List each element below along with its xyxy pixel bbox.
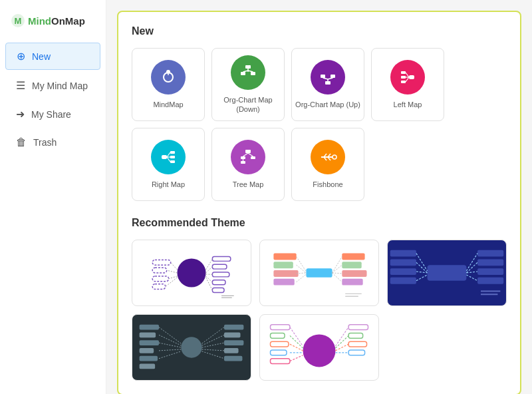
svg-rect-68 [273, 270, 298, 277]
svg-rect-18 [401, 71, 406, 74]
org-up-label: Org-Chart Map (Up) [295, 100, 360, 109]
svg-rect-17 [409, 75, 414, 79]
svg-rect-90 [477, 259, 503, 266]
svg-rect-49 [212, 257, 230, 262]
svg-rect-106 [140, 340, 159, 345]
svg-rect-52 [212, 280, 225, 285]
svg-rect-91 [477, 268, 503, 275]
theme-card-2[interactable] [259, 240, 379, 306]
svg-line-121 [202, 335, 224, 345]
logo-icon: M [11, 13, 25, 28]
svg-line-9 [243, 71, 249, 72]
svg-rect-69 [273, 279, 294, 286]
svg-rect-87 [390, 268, 416, 275]
svg-rect-66 [273, 254, 296, 260]
svg-point-3 [166, 70, 170, 74]
svg-point-44 [177, 258, 205, 287]
new-icon: ⊕ [17, 50, 25, 63]
svg-line-115 [159, 327, 181, 344]
sidebar-item-new-label: New [32, 51, 51, 62]
svg-rect-47 [152, 276, 169, 282]
svg-rect-67 [273, 262, 293, 268]
svg-rect-26 [170, 156, 175, 158]
svg-rect-53 [212, 288, 224, 293]
sidebar-item-trash[interactable]: 🗑 Trash [5, 130, 100, 155]
svg-rect-114 [224, 356, 242, 361]
content-box: New MindMap [117, 11, 521, 394]
svg-point-103 [181, 337, 201, 357]
svg-line-28 [167, 152, 170, 157]
tree-map-label: Tree Map [233, 180, 264, 189]
map-card-right-map[interactable]: Right Map [132, 128, 205, 201]
sidebar-item-mymindmap-label: My Mind Map [32, 81, 88, 91]
svg-line-142 [336, 344, 349, 351]
myshare-icon: ➜ [16, 108, 25, 120]
theme-card-3[interactable] [387, 240, 507, 306]
svg-rect-111 [224, 332, 241, 337]
svg-rect-65 [306, 268, 332, 278]
svg-rect-129 [271, 350, 287, 355]
svg-rect-86 [390, 259, 416, 266]
svg-rect-19 [401, 76, 406, 79]
svg-rect-131 [348, 325, 368, 330]
theme-card-5[interactable] [259, 314, 379, 381]
svg-line-79 [332, 265, 342, 273]
map-card-org-up[interactable]: Org-Chart Map (Up) [291, 48, 364, 121]
svg-text:M: M [15, 16, 22, 26]
svg-line-135 [290, 327, 303, 346]
map-card-fishbone[interactable]: Fishbone [291, 128, 364, 201]
svg-rect-108 [140, 356, 158, 361]
svg-line-10 [248, 71, 253, 72]
map-card-tree-map[interactable]: Tree Map [211, 128, 285, 201]
svg-rect-133 [348, 341, 366, 347]
svg-rect-27 [170, 160, 175, 163]
svg-point-125 [303, 334, 336, 367]
sidebar-item-new[interactable]: ⊕ New [5, 43, 100, 70]
sidebar-item-mymindmap[interactable]: ☰ My Mind Map [5, 73, 100, 98]
map-card-mindmap[interactable]: MindMap [132, 48, 205, 121]
theme-section-title: Recommended Theme [132, 217, 507, 229]
svg-rect-132 [348, 333, 363, 338]
svg-rect-50 [212, 264, 227, 269]
svg-line-80 [332, 273, 342, 274]
fishbone-label: Fishbone [313, 180, 342, 189]
svg-rect-45 [152, 260, 170, 265]
svg-rect-85 [390, 250, 416, 257]
map-card-left-map[interactable]: Left Map [371, 48, 444, 121]
svg-line-136 [290, 335, 303, 348]
svg-rect-31 [245, 150, 251, 153]
svg-line-35 [243, 153, 249, 156]
svg-rect-112 [224, 340, 243, 345]
svg-line-93 [416, 254, 428, 271]
svg-line-78 [332, 257, 342, 274]
svg-rect-25 [170, 151, 175, 154]
svg-rect-34 [251, 156, 255, 159]
theme-card-4[interactable] [132, 314, 251, 381]
svg-rect-105 [140, 332, 156, 337]
svg-line-99 [466, 272, 477, 273]
svg-rect-20 [401, 81, 406, 83]
svg-line-59 [206, 267, 213, 273]
map-type-grid: MindMap Org-Chart Map (Down) [132, 48, 507, 201]
map-card-org-down[interactable]: Org-Chart Map (Down) [211, 48, 285, 121]
svg-line-55 [167, 270, 178, 273]
org-up-icon [311, 60, 345, 95]
svg-rect-5 [245, 65, 251, 69]
theme-card-1[interactable] [132, 240, 251, 306]
svg-rect-126 [271, 325, 290, 330]
logo: M MindOnMap [0, 7, 106, 41]
svg-line-116 [159, 335, 181, 345]
svg-line-119 [159, 351, 181, 359]
svg-line-54 [171, 262, 178, 270]
svg-line-120 [202, 327, 224, 344]
left-map-label: Left Map [394, 100, 422, 109]
svg-rect-109 [140, 364, 156, 369]
sidebar-item-myshare[interactable]: ➜ My Share [5, 101, 100, 127]
svg-rect-92 [477, 278, 503, 284]
svg-line-37 [248, 153, 253, 156]
svg-rect-46 [152, 268, 167, 273]
svg-rect-128 [271, 341, 289, 347]
svg-line-23 [406, 77, 409, 82]
svg-rect-113 [224, 348, 239, 353]
svg-line-30 [167, 157, 170, 162]
